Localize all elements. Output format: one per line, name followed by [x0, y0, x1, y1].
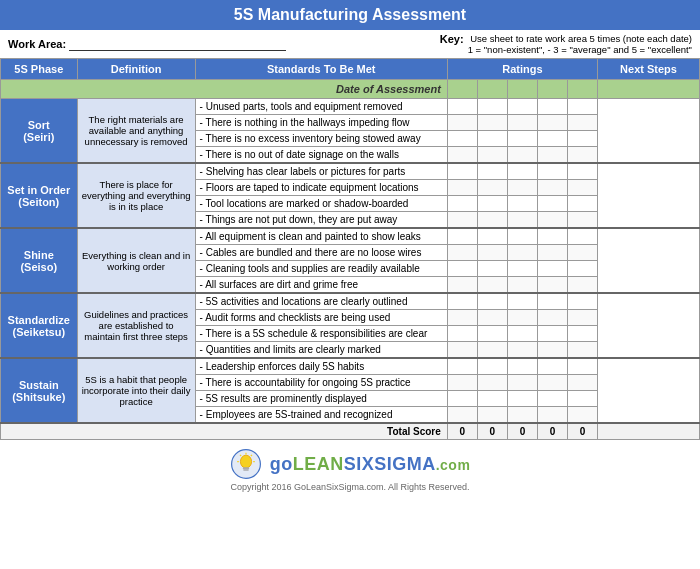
rating-cell-4-0-0[interactable]: [447, 358, 477, 375]
rating-cell-0-1-0[interactable]: [447, 115, 477, 131]
next-steps-cell-2[interactable]: [598, 228, 700, 293]
rating-cell-1-2-1[interactable]: [477, 196, 507, 212]
rating-cell-2-3-4[interactable]: [567, 277, 597, 294]
next-steps-cell-0[interactable]: [598, 99, 700, 164]
rating-cell-3-0-2[interactable]: [507, 293, 537, 310]
rating-cell-2-2-2[interactable]: [507, 261, 537, 277]
rating-cell-4-0-1[interactable]: [477, 358, 507, 375]
rating-cell-1-2-0[interactable]: [447, 196, 477, 212]
rating-cell-2-1-4[interactable]: [567, 245, 597, 261]
rating-cell-2-2-1[interactable]: [477, 261, 507, 277]
rating-cell-1-1-2[interactable]: [507, 180, 537, 196]
rating-cell-1-0-4[interactable]: [567, 163, 597, 180]
next-steps-cell-1[interactable]: [598, 163, 700, 228]
rating-cell-1-3-2[interactable]: [507, 212, 537, 229]
rating-cell-1-1-3[interactable]: [537, 180, 567, 196]
rating-cell-0-0-2[interactable]: [507, 99, 537, 115]
rating-cell-0-1-3[interactable]: [537, 115, 567, 131]
rating-cell-2-2-0[interactable]: [447, 261, 477, 277]
rating-cell-4-1-4[interactable]: [567, 375, 597, 391]
rating-cell-3-3-4[interactable]: [567, 342, 597, 359]
rating-cell-4-3-3[interactable]: [537, 407, 567, 424]
rating-cell-1-0-3[interactable]: [537, 163, 567, 180]
rating-cell-4-2-1[interactable]: [477, 391, 507, 407]
rating-cell-2-3-2[interactable]: [507, 277, 537, 294]
rating-cell-0-2-2[interactable]: [507, 131, 537, 147]
rating-cell-0-2-3[interactable]: [537, 131, 567, 147]
rating-cell-3-1-0[interactable]: [447, 310, 477, 326]
rating-cell-4-2-3[interactable]: [537, 391, 567, 407]
rating-cell-3-2-4[interactable]: [567, 326, 597, 342]
rating-cell-2-3-1[interactable]: [477, 277, 507, 294]
rating-cell-0-2-0[interactable]: [447, 131, 477, 147]
rating-cell-2-1-0[interactable]: [447, 245, 477, 261]
rating-cell-4-2-2[interactable]: [507, 391, 537, 407]
rating-cell-0-0-1[interactable]: [477, 99, 507, 115]
rating-cell-2-2-4[interactable]: [567, 261, 597, 277]
rating-cell-3-0-1[interactable]: [477, 293, 507, 310]
rating-cell-3-2-2[interactable]: [507, 326, 537, 342]
rating-cell-3-1-4[interactable]: [567, 310, 597, 326]
rating-cell-2-0-4[interactable]: [567, 228, 597, 245]
rating-cell-2-3-0[interactable]: [447, 277, 477, 294]
next-steps-cell-4[interactable]: [598, 358, 700, 423]
date-col-2[interactable]: [477, 80, 507, 99]
rating-cell-2-0-0[interactable]: [447, 228, 477, 245]
rating-cell-4-1-2[interactable]: [507, 375, 537, 391]
rating-cell-1-2-3[interactable]: [537, 196, 567, 212]
rating-cell-2-0-2[interactable]: [507, 228, 537, 245]
rating-cell-4-1-0[interactable]: [447, 375, 477, 391]
rating-cell-3-2-1[interactable]: [477, 326, 507, 342]
rating-cell-4-1-1[interactable]: [477, 375, 507, 391]
rating-cell-0-3-3[interactable]: [537, 147, 567, 164]
rating-cell-4-2-0[interactable]: [447, 391, 477, 407]
rating-cell-4-0-3[interactable]: [537, 358, 567, 375]
rating-cell-2-2-3[interactable]: [537, 261, 567, 277]
date-col-4[interactable]: [537, 80, 567, 99]
rating-cell-4-3-4[interactable]: [567, 407, 597, 424]
rating-cell-0-0-4[interactable]: [567, 99, 597, 115]
rating-cell-3-3-1[interactable]: [477, 342, 507, 359]
rating-cell-4-1-3[interactable]: [537, 375, 567, 391]
rating-cell-4-2-4[interactable]: [567, 391, 597, 407]
rating-cell-1-3-1[interactable]: [477, 212, 507, 229]
rating-cell-4-3-2[interactable]: [507, 407, 537, 424]
rating-cell-3-1-1[interactable]: [477, 310, 507, 326]
rating-cell-3-3-2[interactable]: [507, 342, 537, 359]
rating-cell-0-3-0[interactable]: [447, 147, 477, 164]
date-col-3[interactable]: [507, 80, 537, 99]
rating-cell-3-1-3[interactable]: [537, 310, 567, 326]
rating-cell-0-1-2[interactable]: [507, 115, 537, 131]
date-col-5[interactable]: [567, 80, 597, 99]
rating-cell-1-1-4[interactable]: [567, 180, 597, 196]
rating-cell-3-0-3[interactable]: [537, 293, 567, 310]
rating-cell-2-0-3[interactable]: [537, 228, 567, 245]
rating-cell-1-3-4[interactable]: [567, 212, 597, 229]
rating-cell-1-3-0[interactable]: [447, 212, 477, 229]
rating-cell-0-0-0[interactable]: [447, 99, 477, 115]
rating-cell-2-1-2[interactable]: [507, 245, 537, 261]
rating-cell-0-3-1[interactable]: [477, 147, 507, 164]
rating-cell-3-2-3[interactable]: [537, 326, 567, 342]
rating-cell-0-3-2[interactable]: [507, 147, 537, 164]
rating-cell-3-2-0[interactable]: [447, 326, 477, 342]
rating-cell-0-2-4[interactable]: [567, 131, 597, 147]
rating-cell-2-3-3[interactable]: [537, 277, 567, 294]
rating-cell-1-1-0[interactable]: [447, 180, 477, 196]
rating-cell-0-0-3[interactable]: [537, 99, 567, 115]
rating-cell-2-1-1[interactable]: [477, 245, 507, 261]
rating-cell-3-1-2[interactable]: [507, 310, 537, 326]
date-col-1[interactable]: [447, 80, 477, 99]
rating-cell-1-2-4[interactable]: [567, 196, 597, 212]
rating-cell-1-0-2[interactable]: [507, 163, 537, 180]
rating-cell-0-1-4[interactable]: [567, 115, 597, 131]
rating-cell-4-3-1[interactable]: [477, 407, 507, 424]
rating-cell-0-2-1[interactable]: [477, 131, 507, 147]
rating-cell-3-3-3[interactable]: [537, 342, 567, 359]
rating-cell-1-0-0[interactable]: [447, 163, 477, 180]
rating-cell-1-3-3[interactable]: [537, 212, 567, 229]
rating-cell-1-0-1[interactable]: [477, 163, 507, 180]
rating-cell-4-3-0[interactable]: [447, 407, 477, 424]
next-steps-cell-3[interactable]: [598, 293, 700, 358]
rating-cell-2-1-3[interactable]: [537, 245, 567, 261]
